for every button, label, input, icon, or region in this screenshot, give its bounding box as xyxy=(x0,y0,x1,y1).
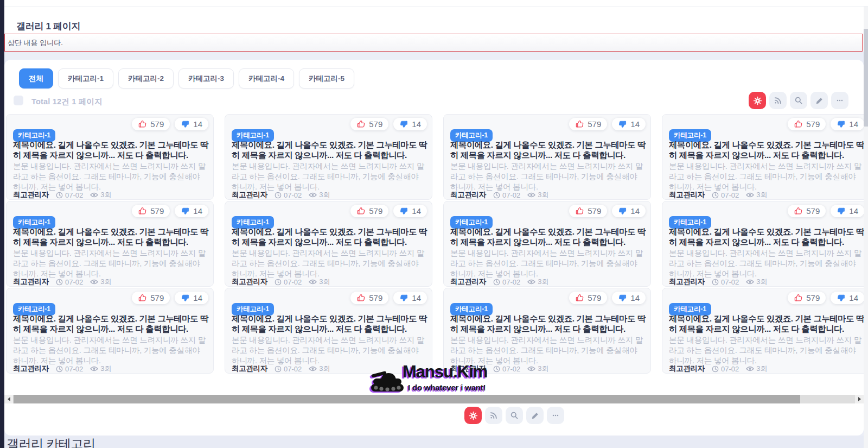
header-divider xyxy=(4,6,868,7)
post-author: 최고관리자 xyxy=(669,277,705,287)
like-button[interactable]: 579 xyxy=(350,205,388,217)
thumbs-up-icon xyxy=(794,293,803,302)
post-title[interactable]: 제목이에요. 길게 나올수도 있겠죠. 기본 그누테마도 딱히 제목을 자르지 … xyxy=(232,140,427,161)
post-date: 07-02 xyxy=(275,365,302,373)
settings-button[interactable] xyxy=(749,92,766,109)
gallery-card[interactable]: 579 14 카테고리-1 제목이에요. 길게 나올수도 있겠죠. 기본 그누테… xyxy=(443,201,651,287)
dislike-button[interactable]: 14 xyxy=(831,292,864,304)
tab-category-2[interactable]: 카테고리-2 xyxy=(118,68,174,89)
search-button[interactable] xyxy=(790,92,807,109)
post-author: 최고관리자 xyxy=(669,190,705,200)
vertical-scrollbar[interactable] xyxy=(864,7,868,448)
post-date-text: 07-02 xyxy=(721,278,739,286)
post-title[interactable]: 제목이에요. 길게 나올수도 있겠죠. 기본 그누테마도 딱히 제목을 자르지 … xyxy=(13,140,209,161)
like-button[interactable]: 579 xyxy=(788,292,826,304)
like-button[interactable]: 579 xyxy=(132,118,170,130)
post-title[interactable]: 제목이에요. 길게 나올수도 있겠죠. 기본 그누테마도 딱히 제목을 자르지 … xyxy=(669,140,864,161)
tab-all[interactable]: 전체 xyxy=(19,68,53,89)
post-title[interactable]: 제목이에요. 길게 나올수도 있겠죠. 기본 그누테마도 딱히 제목을 자르지 … xyxy=(450,314,646,335)
tab-category-3[interactable]: 카테고리-3 xyxy=(178,68,234,89)
post-author: 최고관리자 xyxy=(669,364,705,374)
like-button[interactable]: 579 xyxy=(569,118,607,130)
dislike-button[interactable]: 14 xyxy=(612,292,646,304)
post-footer: 최고관리자 07-02 3회 xyxy=(669,277,768,287)
like-button[interactable]: 579 xyxy=(132,292,170,304)
dislike-button[interactable]: 14 xyxy=(831,118,864,130)
tab-category-4[interactable]: 카테고리-4 xyxy=(239,68,294,89)
post-title[interactable]: 제목이에요. 길게 나올수도 있겠죠. 기본 그누테마도 딱히 제목을 자르지 … xyxy=(669,314,864,335)
like-button[interactable]: 579 xyxy=(132,205,170,217)
scroll-right-arrow[interactable] xyxy=(855,395,864,403)
gallery-card[interactable]: 579 14 카테고리-1 제목이에요. 길게 나올수도 있겠죠. 기본 그누테… xyxy=(662,114,864,200)
like-count: 579 xyxy=(150,293,164,302)
post-title[interactable]: 제목이에요. 길게 나올수도 있겠죠. 기본 그누테마도 딱히 제목을 자르지 … xyxy=(232,314,427,335)
post-date-text: 07-02 xyxy=(721,191,739,199)
dislike-button[interactable]: 14 xyxy=(612,118,646,130)
post-title[interactable]: 제목이에요. 길게 나올수도 있겠죠. 기본 그누테마도 딱히 제목을 자르지 … xyxy=(669,227,864,248)
post-title[interactable]: 제목이에요. 길게 나올수도 있겠죠. 기본 그누테마도 딱히 제목을 자르지 … xyxy=(13,314,209,335)
dislike-button[interactable]: 14 xyxy=(831,205,864,217)
settings-button-bottom[interactable] xyxy=(464,407,482,424)
vote-pills: 579 14 xyxy=(132,292,208,304)
gallery-card[interactable]: 579 14 카테고리-1 제목이에요. 길게 나올수도 있겠죠. 기본 그누테… xyxy=(225,201,432,287)
like-button[interactable]: 579 xyxy=(569,205,607,217)
gallery-card[interactable]: 579 14 카테고리-1 제목이에요. 길게 나올수도 있겠죠. 기본 그누테… xyxy=(443,114,651,200)
tab-category-1[interactable]: 카테고리-1 xyxy=(58,68,113,89)
dislike-button[interactable]: 14 xyxy=(175,205,208,217)
dislike-button[interactable]: 14 xyxy=(612,205,646,217)
vote-pills: 579 14 xyxy=(350,118,427,130)
like-button[interactable]: 579 xyxy=(788,118,826,130)
write-button[interactable] xyxy=(810,92,828,109)
dislike-button[interactable]: 14 xyxy=(175,118,208,130)
post-title[interactable]: 제목이에요. 길게 나올수도 있겠죠. 기본 그누테마도 딱히 제목을 자르지 … xyxy=(450,227,646,248)
post-date-text: 07-02 xyxy=(65,365,83,373)
gallery-card[interactable]: 579 14 카테고리-1 제목이에요. 길게 나올수도 있겠죠. 기본 그누테… xyxy=(225,114,432,200)
post-date-text: 07-02 xyxy=(65,278,83,286)
dislike-button[interactable]: 14 xyxy=(393,292,427,304)
like-button[interactable]: 579 xyxy=(350,292,388,304)
like-button[interactable]: 579 xyxy=(569,292,607,304)
gallery-card[interactable]: 579 14 카테고리-1 제목이에요. 길게 나올수도 있겠죠. 기본 그누테… xyxy=(6,201,214,287)
post-date: 07-02 xyxy=(493,191,520,199)
dislike-button[interactable]: 14 xyxy=(393,205,427,217)
post-views: 3회 xyxy=(527,364,548,374)
post-title[interactable]: 제목이에요. 길게 나올수도 있겠죠. 기본 그누테마도 딱히 제목을 자르지 … xyxy=(232,227,427,248)
gallery-card[interactable]: 579 14 카테고리-1 제목이에요. 길게 나올수도 있겠죠. 기본 그누테… xyxy=(662,288,864,374)
thumbs-up-icon xyxy=(138,293,147,302)
post-views: 3회 xyxy=(90,190,111,200)
vertical-scrollbar-thumb[interactable] xyxy=(864,29,868,127)
dislike-button[interactable]: 14 xyxy=(393,118,427,130)
gallery-card[interactable]: 579 14 카테고리-1 제목이에요. 길게 나올수도 있겠죠. 기본 그누테… xyxy=(6,288,214,374)
thumbs-up-icon xyxy=(575,293,584,302)
gallery-card[interactable]: 579 14 카테고리-1 제목이에요. 길게 나올수도 있겠죠. 기본 그누테… xyxy=(225,288,432,374)
search-button-bottom[interactable] xyxy=(506,407,523,424)
thumbs-down-icon xyxy=(399,119,409,129)
gallery-card[interactable]: 579 14 카테고리-1 제목이에요. 길게 나올수도 있겠죠. 기본 그누테… xyxy=(6,114,214,200)
thumbs-down-icon xyxy=(837,119,846,129)
more-button[interactable] xyxy=(831,92,848,109)
eye-icon xyxy=(309,279,317,285)
dislike-button[interactable]: 14 xyxy=(175,292,208,304)
post-date-text: 07-02 xyxy=(284,365,302,373)
post-views: 3회 xyxy=(527,277,548,287)
dislike-count: 14 xyxy=(849,206,858,216)
scroll-left-arrow[interactable] xyxy=(4,395,13,403)
rss-button[interactable] xyxy=(769,92,787,109)
more-button-bottom[interactable] xyxy=(547,407,564,424)
gallery-card[interactable]: 579 14 카테고리-1 제목이에요. 길게 나올수도 있겠죠. 기본 그누테… xyxy=(443,288,651,374)
eye-icon xyxy=(90,192,98,198)
like-button[interactable]: 579 xyxy=(350,118,388,130)
write-button-bottom[interactable] xyxy=(526,407,544,424)
like-button[interactable]: 579 xyxy=(788,205,826,217)
rss-button-bottom[interactable] xyxy=(485,407,502,424)
post-title[interactable]: 제목이에요. 길게 나올수도 있겠죠. 기본 그누테마도 딱히 제목을 자르지 … xyxy=(450,140,646,161)
post-views-text: 3회 xyxy=(756,277,767,287)
tab-category-5[interactable]: 카테고리-5 xyxy=(299,68,354,89)
select-all-checkbox[interactable] xyxy=(14,96,23,105)
eye-icon xyxy=(746,365,754,372)
post-title[interactable]: 제목이에요. 길게 나올수도 있겠죠. 기본 그누테마도 딱히 제목을 자르지 … xyxy=(13,227,209,248)
post-views-text: 3회 xyxy=(538,364,548,374)
dislike-count: 14 xyxy=(849,119,858,129)
post-views: 3회 xyxy=(309,190,330,200)
gallery-card[interactable]: 579 14 카테고리-1 제목이에요. 길게 나올수도 있겠죠. 기본 그누테… xyxy=(662,201,864,287)
